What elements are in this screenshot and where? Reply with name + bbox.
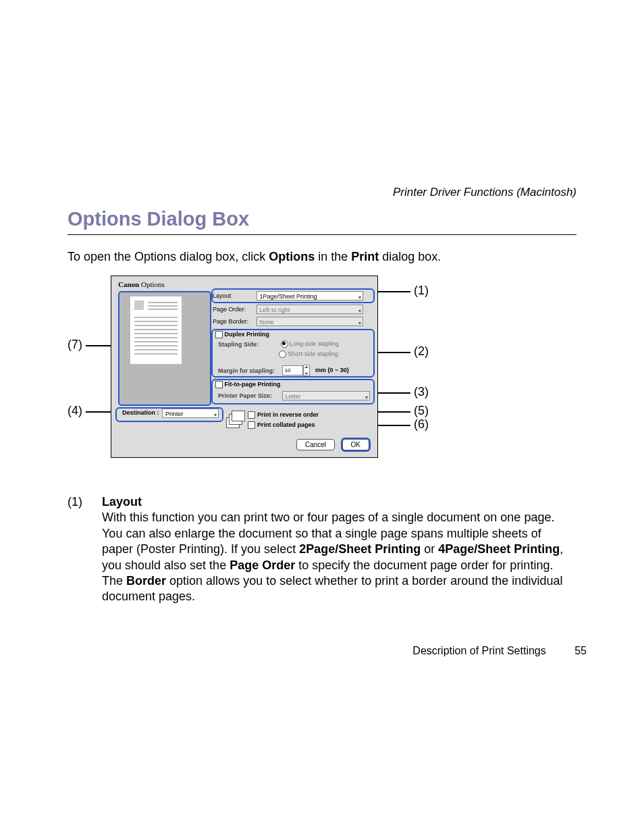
- brand-text: Canon: [118, 280, 139, 288]
- window-name: Options: [141, 280, 165, 288]
- preview-text-line: [134, 325, 178, 326]
- dialog-title: Canon Options: [118, 280, 165, 288]
- group-print-order: Print in reverse order Print collated pa…: [226, 411, 372, 429]
- stapling-side-label: Stapling Side:: [218, 341, 265, 348]
- chevron-down-icon: ▾: [358, 293, 361, 303]
- collated-label: Print collated pages: [257, 421, 315, 428]
- dialog-button-row: Cancel OK: [292, 438, 369, 450]
- intro-text-3: dialog box.: [379, 250, 441, 263]
- desc-b1: 2Page/Sheet Printing: [299, 542, 421, 556]
- page-number: 55: [574, 645, 587, 657]
- fit-to-page-checkbox[interactable]: [215, 381, 223, 388]
- destination-value: Printer: [165, 411, 184, 417]
- chevron-down-icon: ▾: [358, 307, 361, 316]
- page-border-value: None: [260, 319, 275, 325]
- preview-thumb-icon: [134, 301, 144, 310]
- reverse-order-checkbox[interactable]: [248, 411, 255, 419]
- preview-page: [130, 296, 182, 364]
- preview-text-line: [134, 329, 178, 330]
- layout-dropdown[interactable]: 1Page/Sheet Printing▾: [257, 291, 363, 301]
- intro-paragraph: To open the Options dialog box, click Op…: [68, 250, 441, 264]
- page-footer: Description of Print Settings 55: [68, 645, 587, 657]
- margin-stepper[interactable]: [303, 365, 310, 376]
- destination-dropdown[interactable]: Printer▾: [162, 409, 219, 418]
- page-order-value: Left to right: [260, 307, 290, 313]
- reverse-order-label: Print in reverse order: [257, 411, 319, 418]
- page-border-label: Page Border:: [213, 318, 254, 325]
- preview-text-line: [134, 341, 178, 342]
- layout-value: 1Page/Sheet Printing: [260, 293, 317, 300]
- preview-text-line: [148, 309, 178, 310]
- preview-text-line: [134, 353, 178, 355]
- short-side-radio[interactable]: [279, 350, 286, 358]
- callout-4: (4): [68, 404, 82, 418]
- preview-text-line: [134, 349, 178, 350]
- dialog-canon-options: Canon Options: [111, 276, 378, 458]
- desc-t2: or: [421, 542, 438, 556]
- chevron-down-icon: ▾: [365, 393, 368, 402]
- leader-line: [377, 352, 410, 353]
- duplex-checkbox[interactable]: [215, 331, 223, 338]
- margin-range: mm (0 ~ 30): [315, 367, 349, 373]
- cancel-button[interactable]: Cancel: [296, 439, 335, 450]
- collated-checkbox[interactable]: [248, 421, 255, 429]
- desc-b3: Page Order: [230, 558, 295, 572]
- preview-text-line: [134, 345, 178, 346]
- running-header: Printer Driver Functions (Macintosh): [393, 186, 576, 199]
- leader-line: [377, 392, 410, 394]
- callout-2: (2): [414, 344, 429, 359]
- desc-b2: 4Page/Sheet Printing: [438, 542, 560, 556]
- description-heading: Layout: [102, 495, 142, 509]
- layout-label: Layout:: [213, 292, 254, 299]
- description-item-1: (1) Layout With this function you can pr…: [68, 494, 576, 605]
- margin-label: Margin for stapling:: [218, 367, 280, 374]
- desc-b4: Border: [126, 574, 166, 588]
- preview-text-line: [134, 317, 178, 318]
- destination-label: Destination :: [122, 409, 159, 416]
- chevron-down-icon: ▾: [358, 319, 361, 328]
- margin-input[interactable]: 10: [282, 365, 303, 375]
- paper-size-value: Letter: [286, 393, 301, 400]
- chevron-down-icon: ▾: [214, 411, 217, 420]
- leader-line: [86, 345, 113, 346]
- paper-size-dropdown[interactable]: Letter▾: [282, 391, 370, 400]
- callout-7: (7): [68, 338, 82, 352]
- intro-text-2: in the: [315, 250, 351, 263]
- preview-text-line: [134, 333, 178, 334]
- leader-line: [377, 291, 410, 292]
- fit-to-page-label: Fit-to-page Printing: [225, 381, 281, 388]
- long-side-radio[interactable]: [281, 340, 288, 348]
- short-side-label: Short-side stapling: [288, 350, 339, 357]
- callout-5: (5): [414, 404, 429, 418]
- footer-text: Description of Print Settings: [412, 645, 545, 656]
- desc-t5: option allows you to select whether to p…: [102, 574, 562, 603]
- intro-text-1: To open the Options dialog box, click: [68, 250, 269, 263]
- page-order-dropdown[interactable]: Left to right▾: [257, 305, 363, 314]
- callout-1: (1): [414, 284, 429, 298]
- callout-6: (6): [414, 417, 429, 432]
- pages-stack-icon: [226, 411, 245, 429]
- leader-line: [86, 411, 113, 413]
- preview-text-line: [134, 321, 178, 322]
- section-title: Options Dialog Box: [68, 208, 249, 230]
- paper-size-label: Printer Paper Size:: [218, 392, 280, 399]
- description-number: (1): [68, 494, 99, 510]
- preview-text-line: [148, 302, 178, 303]
- preview-pane: [119, 292, 210, 405]
- preview-text-line: [148, 305, 178, 307]
- page-order-label: Page Order:: [213, 306, 254, 313]
- callout-3: (3): [414, 385, 429, 399]
- preview-text-line: [134, 337, 178, 338]
- ok-button[interactable]: OK: [342, 439, 369, 450]
- intro-bold-2: Print: [351, 250, 379, 263]
- long-side-label: Long-side stapling: [290, 340, 339, 347]
- intro-bold-1: Options: [269, 250, 315, 263]
- horizontal-rule: [68, 234, 576, 235]
- duplex-label: Duplex Printing: [225, 331, 270, 338]
- page-border-dropdown[interactable]: None▾: [257, 317, 363, 326]
